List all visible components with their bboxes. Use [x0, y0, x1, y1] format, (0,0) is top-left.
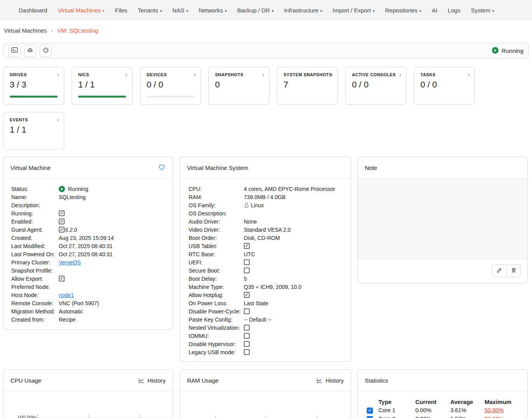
checkbox[interactable]: ✓ — [59, 227, 65, 233]
checkbox[interactable] — [244, 349, 250, 355]
nav-item-virtual-machines[interactable]: Virtual Machines▾ — [58, 7, 104, 14]
nav-item-files[interactable]: Files — [115, 7, 128, 14]
console-button[interactable] — [9, 45, 21, 57]
checkbox[interactable]: ✓ — [59, 276, 65, 282]
cpu-history-button[interactable]: History — [138, 377, 166, 384]
field-row-audio-driver: Audio Driver:None — [180, 217, 351, 226]
card-drives[interactable]: DRIVES›3 / 3 — [3, 67, 64, 105]
field-text: Disk, CD-ROM — [244, 235, 280, 241]
field-row-machine-type: Machine Type:Q35 + ICH9, 2009, 10.0 — [180, 283, 351, 291]
chevron-down-icon: ▾ — [103, 9, 105, 13]
stat-row-core-2: ✓Core 20.00%1.53%28.00% — [358, 415, 527, 418]
card-active-consoles[interactable]: ACTIVE CONSOLES›0 / 0 — [345, 67, 406, 105]
linux-icon — [244, 202, 249, 208]
note-actions — [492, 264, 521, 277]
chevron-right-icon[interactable]: › — [57, 116, 59, 124]
checkbox[interactable]: ✓ — [59, 219, 65, 224]
nav-item-nas[interactable]: NAS▾ — [172, 7, 188, 14]
delete-note-button[interactable] — [506, 264, 521, 277]
checkbox[interactable] — [244, 341, 250, 347]
checkbox[interactable]: ✓ — [244, 243, 250, 249]
card-nics[interactable]: NICS›1 / 1 — [72, 67, 133, 105]
stat-maximum-link[interactable]: 28.00% — [485, 416, 504, 418]
field-label: RTC Base: — [189, 251, 244, 257]
chevron-right-icon[interactable]: › — [262, 71, 264, 79]
power-button[interactable] — [40, 45, 52, 57]
card-value: 0 / 0 — [147, 80, 196, 90]
favorite-heart-icon[interactable] — [158, 163, 166, 172]
nav-item-tenants[interactable]: Tenants▾ — [138, 7, 162, 14]
field-row-os-family: OS Family:Linux — [180, 201, 351, 209]
field-label: Video Driver: — [189, 227, 244, 233]
gridline — [89, 414, 89, 418]
eject-button[interactable] — [24, 45, 36, 57]
vm-status-label: Running — [502, 47, 523, 54]
field-label: Snapshot Profile: — [11, 268, 59, 274]
field-text: Automatic — [59, 308, 83, 315]
checkbox[interactable]: ✓ — [244, 292, 250, 298]
column-header: Maximum — [485, 399, 511, 405]
nav-item-label: Dashboard — [19, 7, 47, 14]
field-text: SQLtesting — [59, 194, 86, 200]
checkbox[interactable] — [244, 333, 250, 339]
node1-link[interactable]: node1 — [59, 292, 74, 298]
card-snapshots[interactable]: SNAPSHOTS›0 — [208, 67, 270, 105]
field-label: Enabled: — [11, 219, 59, 225]
card-devices[interactable]: DEVICES›0 / 0 — [140, 67, 201, 105]
history-label: History — [147, 377, 166, 384]
chevron-right-icon[interactable]: › — [57, 71, 59, 79]
cpu-chart: 100.00% 80.00% — [4, 391, 173, 418]
pencil-icon — [496, 267, 502, 275]
vm-panel: Virtual Machine Status:RunningName:SQLte… — [3, 157, 173, 330]
field-label: Guest Agent: — [11, 227, 59, 233]
chevron-down-icon: ▾ — [186, 9, 188, 13]
breadcrumb-section[interactable]: Virtual Machines — [4, 27, 47, 34]
nav-item-logs[interactable]: Logs — [448, 7, 460, 14]
card-tasks[interactable]: TASKS›0 / 0 — [414, 67, 475, 105]
field-label: CPU: — [189, 186, 244, 192]
series-checkbox[interactable]: ✓ — [367, 416, 373, 418]
vergeos-link[interactable]: VergeOS — [59, 259, 81, 266]
edit-note-button[interactable] — [492, 264, 507, 277]
field-row-remote-console: Remote Console:VNC (Port 5907) — [4, 299, 173, 307]
field-row-nested-virtualization: Nested Virtualization: — [180, 324, 351, 332]
nav-item-dashboard[interactable]: Dashboard — [19, 7, 47, 14]
field-text: Oct 27, 2025 08:40:31 — [59, 251, 113, 257]
field-row-legacy-usb-mode: Legacy USB mode: — [180, 348, 351, 356]
field-label: Paste Key Config: — [189, 317, 244, 323]
chevron-right-icon[interactable]: › — [467, 71, 470, 79]
checkbox[interactable] — [244, 308, 250, 314]
ram-history-button[interactable]: History — [316, 377, 344, 384]
nav-item-networks[interactable]: Networks▾ — [199, 7, 227, 14]
top-nav: DashboardVirtual Machines▾FilesTenants▾N… — [0, 0, 532, 21]
series-checkbox[interactable]: ✓ — [367, 408, 373, 414]
card-events[interactable]: EVENTS›1 / 1 — [3, 112, 64, 150]
chevron-down-icon: ▾ — [492, 9, 494, 13]
field-text: Standard VESA 2.0 — [244, 227, 291, 233]
field-row-paste-key-config: Paste Key Config:-- Default -- — [180, 315, 351, 324]
chevron-right-icon[interactable]: › — [399, 71, 401, 79]
field-text: Oct 27, 2025 08:40:31 — [59, 243, 113, 249]
nav-item-system[interactable]: System▾ — [471, 7, 494, 14]
card-system-snapshots[interactable]: SYSTEM SNAPSHOTS›7 — [277, 67, 338, 105]
field-row-cpu: CPU:4 cores, AMD EPYC-Rome Processor — [180, 185, 351, 193]
chevron-right-icon[interactable]: › — [331, 71, 333, 79]
nav-item-import-export[interactable]: Import / Export▾ — [332, 7, 374, 14]
nav-item-repositories[interactable]: Repositories▾ — [385, 7, 421, 14]
checkbox[interactable]: ✓ — [59, 210, 65, 216]
nav-item-backup-dr[interactable]: Backup / DR▾ — [237, 7, 274, 14]
nav-item-infrastructure[interactable]: Infrastructure▾ — [284, 7, 322, 14]
chevron-right-icon[interactable]: › — [125, 71, 128, 79]
checkbox[interactable] — [244, 268, 250, 273]
field-text: 739.0MB / 4.0GB — [244, 194, 285, 200]
checkbox[interactable] — [244, 325, 250, 331]
guest-agent-version: 6.2.0 — [65, 227, 77, 233]
field-row-uefi: UEFI: — [180, 258, 351, 266]
breadcrumb-current: VM: SQLtesting — [58, 27, 98, 34]
stat-maximum-link[interactable]: 50.00% — [485, 407, 504, 413]
chevron-right-icon[interactable]: › — [194, 71, 196, 79]
panel-title: Virtual Machine — [10, 164, 51, 171]
field-label: Allow Export: — [11, 276, 59, 282]
nav-item-ai[interactable]: AI — [432, 7, 437, 14]
checkbox[interactable] — [244, 259, 250, 265]
